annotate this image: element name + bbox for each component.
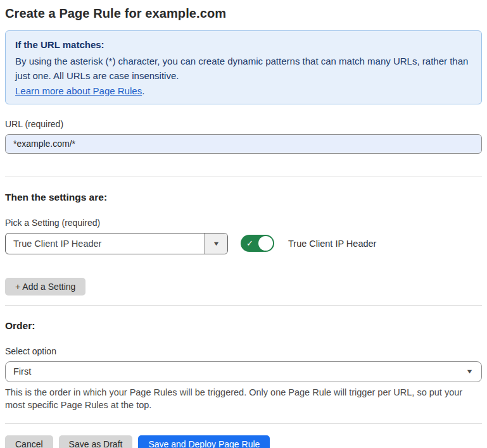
setting-dropdown-arrow-button[interactable]: ▼ <box>205 233 227 254</box>
toggle-wrap: ✓ True Client IP Header <box>241 235 376 252</box>
check-icon: ✓ <box>246 239 253 248</box>
order-select-label: Select option <box>5 346 482 356</box>
page-title: Create a Page Rule for example.com <box>5 6 482 21</box>
save-deploy-button[interactable]: Save and Deploy Page Rule <box>138 435 270 448</box>
toggle-label: True Client IP Header <box>288 239 376 249</box>
toggle-knob <box>258 236 273 251</box>
info-box-body: By using the asterisk (*) character, you… <box>15 54 472 84</box>
setting-row: True Client IP Header ▼ ✓ True Client IP… <box>5 233 482 254</box>
create-page-rule-form: Create a Page Rule for example.com If th… <box>0 0 487 448</box>
setting-dropdown[interactable]: True Client IP Header ▼ <box>5 233 228 254</box>
url-input[interactable] <box>5 134 482 154</box>
info-box-heading: If the URL matches: <box>15 39 472 50</box>
chevron-down-icon: ▼ <box>466 368 474 375</box>
order-select[interactable]: First ▼ <box>5 361 482 382</box>
order-help-text: This is the order in which your Page Rul… <box>5 386 482 412</box>
pick-setting-label: Pick a Setting (required) <box>5 218 482 228</box>
cancel-button[interactable]: Cancel <box>5 435 53 448</box>
form-actions: Cancel Save as Draft Save and Deploy Pag… <box>5 435 482 448</box>
section-divider <box>5 305 482 306</box>
link-suffix: . <box>142 85 144 96</box>
true-client-ip-toggle[interactable]: ✓ <box>241 235 274 252</box>
add-setting-button[interactable]: + Add a Setting <box>5 278 85 296</box>
section-divider <box>5 177 482 177</box>
section-divider <box>5 423 482 424</box>
settings-section-heading: Then the settings are: <box>5 192 482 203</box>
learn-more-link[interactable]: Learn more about Page Rules <box>15 85 142 96</box>
setting-dropdown-value: True Client IP Header <box>6 233 205 254</box>
url-match-info-box: If the URL matches: By using the asteris… <box>5 30 482 104</box>
order-section-heading: Order: <box>5 320 482 332</box>
order-select-value: First <box>13 366 467 376</box>
info-link-row: Learn more about Page Rules. <box>15 85 472 96</box>
url-field-label: URL (required) <box>5 119 482 129</box>
save-draft-button[interactable]: Save as Draft <box>59 435 133 448</box>
chevron-down-icon: ▼ <box>212 240 220 247</box>
